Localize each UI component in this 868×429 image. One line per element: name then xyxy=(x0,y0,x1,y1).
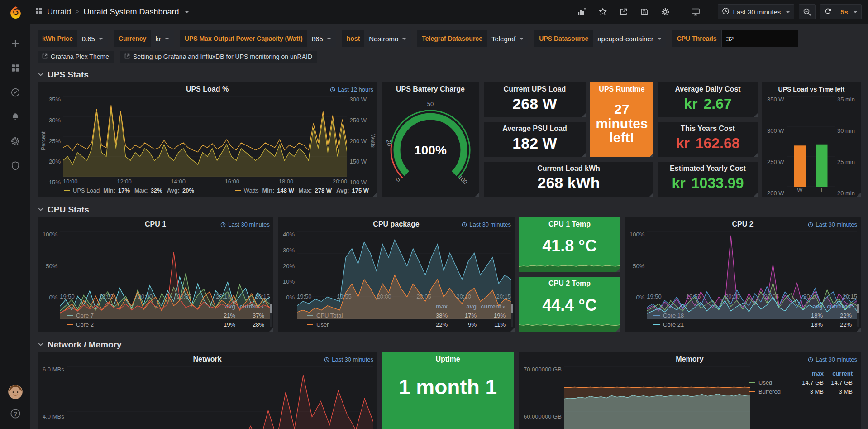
panel-resize-handle[interactable] xyxy=(857,328,861,332)
section-header-cpu-stats[interactable]: CPU Stats xyxy=(38,203,861,217)
chart-plot[interactable] xyxy=(63,96,347,177)
section-header-ups-stats[interactable]: UPS Stats xyxy=(38,68,861,82)
star-dashboard-button[interactable] xyxy=(595,5,611,19)
panel-title[interactable]: Uptime xyxy=(382,352,514,364)
chart-plot[interactable] xyxy=(564,366,750,429)
panel-title[interactable]: CPU package xyxy=(373,220,419,228)
variable-value[interactable]: Telegraf xyxy=(487,30,528,47)
panel-title[interactable]: UPS Load % xyxy=(186,85,229,93)
chart-plot[interactable] xyxy=(60,231,270,292)
panel-resize-handle[interactable] xyxy=(582,153,586,157)
legend-item[interactable]: UPS LoadMin:17%Max:32%Avg:20% xyxy=(64,187,196,194)
panel-title[interactable]: Current Load kWh xyxy=(484,162,653,174)
y-axis-ticks-left: 6.0 MBs4.0 MBs2.0 MBs xyxy=(40,366,67,429)
breadcrumb-dashboard-title[interactable]: Unraid System Dashboard xyxy=(83,7,179,17)
panel-title[interactable]: Average PSU Load xyxy=(484,122,586,134)
variable-ups-max-output-power-capacity-watt[interactable]: UPS Max Output Power Capacity (Watt)865 xyxy=(180,30,336,47)
legend-row[interactable]: Used14.7 GB14.7 GB xyxy=(749,378,853,387)
panel-resize-handle[interactable] xyxy=(373,193,377,197)
panel-resize-handle[interactable] xyxy=(649,153,653,157)
panel-resize-handle[interactable] xyxy=(582,113,586,117)
sidebar-item-server-admin[interactable] xyxy=(7,160,24,173)
legend-scrollbar[interactable] xyxy=(270,304,272,327)
panel-title[interactable]: CPU 2 Temp xyxy=(519,277,620,289)
legend-sort-current[interactable]: current xyxy=(824,370,853,377)
refresh-interval-label[interactable]: 5s xyxy=(840,8,848,16)
chart-legend: UPS LoadMin:17%Max:32%Avg:20%WattsMin:14… xyxy=(38,186,377,197)
legend-row[interactable]: Core 219%28% xyxy=(67,320,264,329)
sidebar-item-create[interactable] xyxy=(7,38,24,51)
refresh-button[interactable]: 5s xyxy=(820,4,862,19)
legend-row[interactable]: Core 2118%22% xyxy=(653,320,852,329)
add-panel-button[interactable] xyxy=(573,5,590,19)
legend-row[interactable]: Buffered3 MB3 MB xyxy=(749,387,853,396)
chart-plot[interactable] xyxy=(647,231,857,292)
sidebar-item-alerting[interactable] xyxy=(7,111,24,124)
variable-currency[interactable]: Currencykr xyxy=(114,30,174,47)
variable-host[interactable]: hostNostromo xyxy=(342,30,411,47)
legend-sort-max[interactable]: max xyxy=(795,370,824,377)
panel-title[interactable]: UPS Load vs Time left xyxy=(778,86,845,93)
panel-title[interactable]: This Years Cost xyxy=(658,122,758,134)
variable-cpu-threads[interactable]: CPU Threads xyxy=(672,30,798,47)
chart-plot[interactable] xyxy=(67,366,373,429)
variable-value[interactable]: 0.65 xyxy=(77,30,108,47)
chart-plot[interactable] xyxy=(787,96,835,187)
panel-title[interactable]: UPS Runtime xyxy=(590,82,653,94)
sidebar-item-configuration[interactable] xyxy=(7,136,24,149)
panel-resize-handle[interactable] xyxy=(475,193,479,197)
panel-title[interactable]: CPU 1 xyxy=(145,220,166,228)
panel-resize-handle[interactable] xyxy=(754,153,758,157)
variable-value[interactable]: Nostromo xyxy=(364,30,411,47)
share-dashboard-button[interactable] xyxy=(615,5,632,19)
chart-plot[interactable] xyxy=(297,231,511,292)
sidebar-item-dashboards[interactable] xyxy=(7,63,24,75)
panel-resize-handle[interactable] xyxy=(616,268,620,272)
legend-scrollbar[interactable] xyxy=(511,304,513,327)
sidebar-item-help[interactable]: ? xyxy=(7,408,24,421)
variable-telegraf-datasource[interactable]: Telegraf DatasourceTelegraf xyxy=(417,30,528,47)
dashboard-settings-button[interactable] xyxy=(657,5,673,19)
legend-scrollbar[interactable] xyxy=(857,304,859,327)
save-dashboard-button[interactable] xyxy=(636,5,653,19)
variable-ups-datasource[interactable]: UPS Datasourceapcupsd-container xyxy=(534,30,666,47)
variable-value[interactable]: kr xyxy=(151,30,174,47)
chevron-down-icon xyxy=(38,206,44,214)
sidebar-item-profile[interactable] xyxy=(7,386,24,398)
panel-title[interactable]: Current UPS Load xyxy=(484,82,586,94)
gauge[interactable]: 02050100100% xyxy=(382,96,479,197)
panel-resize-handle[interactable] xyxy=(616,328,620,332)
breadcrumb[interactable]: Unraid > Unraid System Dashboard xyxy=(35,7,189,17)
panel-title[interactable]: Memory xyxy=(676,355,703,363)
legend-row[interactable]: User22%9%11% xyxy=(307,320,506,329)
legend-item[interactable]: WattsMin:148 WMax:278 WAvg:175 W xyxy=(235,187,371,194)
panel-resize-handle[interactable] xyxy=(754,113,758,117)
variable-input-cpu-threads[interactable] xyxy=(721,30,798,47)
compass-icon xyxy=(10,87,20,99)
panel-title[interactable]: Estimated Yearly Cost xyxy=(658,162,758,174)
variable-value[interactable]: apcupsd-container xyxy=(593,30,666,47)
chevron-down-icon[interactable] xyxy=(185,11,189,13)
panel-title[interactable]: Average Daily Cost xyxy=(658,82,758,94)
cycle-view-mode-button[interactable] xyxy=(687,5,704,19)
panel-resize-handle[interactable] xyxy=(269,328,273,332)
panel-resize-handle[interactable] xyxy=(510,328,515,332)
panel-resize-handle[interactable] xyxy=(754,193,758,197)
panel-title[interactable]: Network xyxy=(193,355,221,363)
variable-kwh-price[interactable]: kWh Price0.65 xyxy=(38,30,108,47)
y-axis-ticks-left: 100%50%0% xyxy=(627,231,647,301)
panel-resize-handle[interactable] xyxy=(649,193,653,197)
panel-title[interactable]: CPU 2 xyxy=(732,220,753,228)
breadcrumb-folder[interactable]: Unraid xyxy=(47,7,71,17)
zoom-out-button[interactable] xyxy=(799,4,816,19)
grafana-logo[interactable] xyxy=(0,0,30,25)
time-picker[interactable]: Last 30 minutes xyxy=(718,4,794,19)
variable-value[interactable]: 865 xyxy=(307,30,336,47)
panel-resize-handle[interactable] xyxy=(857,193,861,197)
panel-title[interactable]: UPS Battery Charge xyxy=(396,85,465,93)
section-header-network-memory[interactable]: Network / Memory xyxy=(38,338,861,352)
panel-title[interactable]: CPU 1 Temp xyxy=(519,217,620,229)
dashboard-link-0[interactable]: Grafana Plex Theme xyxy=(38,51,114,63)
sidebar-item-explore[interactable] xyxy=(7,87,24,100)
dashboard-link-1[interactable]: Setting up Grafana and InfluxDB for UPS … xyxy=(120,51,317,63)
